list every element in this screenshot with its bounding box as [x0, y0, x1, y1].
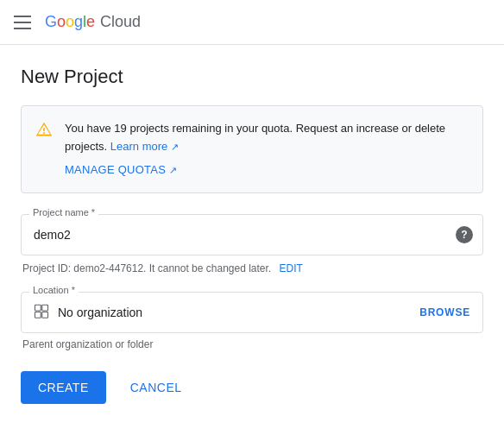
external-link-icon-2: ↗ [169, 164, 177, 174]
location-field: Location * No organization BROWSE [21, 292, 483, 333]
browse-button[interactable]: BROWSE [419, 306, 470, 318]
form-buttons: CREATE CANCEL [21, 371, 483, 404]
learn-more-label: Learn more [110, 140, 167, 153]
project-name-field: Project name * ? [21, 214, 483, 255]
svg-rect-0 [35, 306, 41, 312]
svg-rect-2 [35, 312, 41, 318]
hamburger-menu-icon[interactable] [14, 12, 35, 33]
edit-project-id-link[interactable]: EDIT [280, 262, 303, 274]
location-label: Location * [29, 285, 79, 295]
manage-quotas-link[interactable]: MANAGE QUOTAS ↗ [65, 161, 177, 180]
warning-content: You have 19 projects remaining in your q… [65, 120, 469, 179]
app-header: Google Cloud [0, 0, 504, 45]
manage-quotas-label: MANAGE QUOTAS [65, 163, 166, 176]
project-name-label: Project name * [29, 207, 98, 218]
project-id-text: Project ID: demo2-447612. It cannot be c… [21, 262, 483, 274]
project-name-input[interactable] [21, 214, 483, 255]
svg-rect-3 [42, 312, 48, 318]
location-input-wrapper: No organization BROWSE [21, 292, 483, 333]
create-button[interactable]: CREATE [21, 371, 106, 404]
google-cloud-logo: Google Cloud [45, 13, 141, 31]
learn-more-link[interactable]: Learn more ↗ [110, 140, 179, 153]
quota-warning-banner: You have 19 projects remaining in your q… [21, 105, 483, 193]
cancel-button[interactable]: CANCEL [117, 371, 196, 404]
organization-icon [34, 303, 49, 322]
page-content: New Project You have 19 projects remaini… [0, 45, 504, 425]
project-id-label: Project ID: demo2-447612. It cannot be c… [22, 262, 271, 274]
location-value: No organization [58, 306, 419, 319]
svg-rect-1 [42, 306, 48, 312]
warning-triangle-icon [35, 121, 53, 138]
google-text: Google [45, 13, 95, 31]
external-link-icon: ↗ [171, 142, 179, 152]
cloud-text: Cloud [100, 13, 141, 31]
page-title: New Project [21, 66, 483, 88]
parent-hint-text: Parent organization or folder [21, 338, 483, 350]
help-icon[interactable]: ? [456, 226, 473, 243]
